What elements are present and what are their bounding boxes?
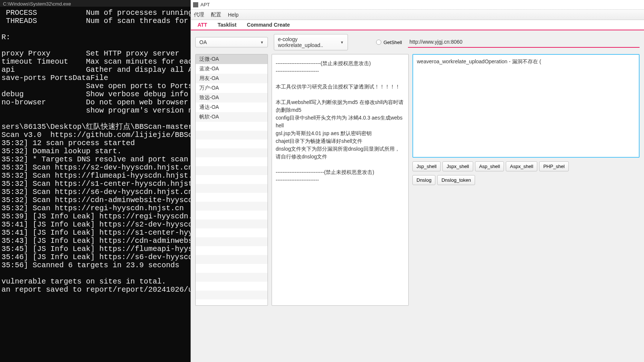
exploit-dropdown[interactable]: e-cology workrelate_upload.. ▼ [274,34,348,50]
dnslog-token-button[interactable]: Dnslog_token [437,175,475,185]
list-item[interactable]: 蓝凌-OA [196,64,268,74]
list-item[interactable]: 致远-OA [196,93,268,103]
right-panel: weaveroa_workrelate_uploadOperation - 漏洞… [412,54,640,306]
aspx-shell-button[interactable]: Aspx_shell [506,161,537,171]
list-item[interactable] [196,237,268,246]
list-item[interactable] [196,140,268,148]
list-item[interactable] [196,131,268,140]
list-item[interactable]: 泛微-OA [196,54,268,64]
chevron-down-icon: ▼ [340,40,344,44]
app-icon [193,2,198,7]
list-item[interactable] [196,175,268,184]
info-panel: --------------------------(禁止未授权恶意攻击) --… [272,54,409,306]
terminal-output[interactable]: PROCESS Num of processes running co THRE… [0,7,190,296]
list-item[interactable]: 万户-OA [196,83,268,93]
category-dropdown-value: OA [199,39,207,45]
list-item[interactable]: 帆软-OA [196,112,268,122]
exploit-dropdown-value: e-cology workrelate_upload.. [278,36,337,48]
oa-listbox[interactable]: 泛微-OA 蓝凌-OA 用友-OA 万户-OA 致远-OA 通达-OA 帆软-O… [195,54,268,306]
list-item[interactable] [196,193,268,202]
main-row: 泛微-OA 蓝凌-OA 用友-OA 万户-OA 致远-OA 通达-OA 帆软-O… [195,54,640,306]
category-dropdown[interactable]: OA ▼ [195,37,268,47]
list-item[interactable] [196,264,268,273]
menu-config[interactable]: 配置 [211,11,221,18]
getshell-label: GetShell [384,40,402,45]
terminal-titlebar: C:\Windows\System32\cmd.exe [0,0,190,7]
list-item[interactable] [196,291,268,299]
apt-window: APT 代理 配置 Help ATT Tasklist Command Crea… [190,0,644,362]
list-item[interactable] [196,273,268,282]
apt-title: APT [200,2,210,7]
result-text: weaveroa_workrelate_uploadOperation - 漏洞… [417,58,541,64]
tab-command-create[interactable]: Command Create [242,20,295,30]
getshell-option[interactable]: GetShell [376,40,402,45]
list-item[interactable] [196,166,268,175]
url-input[interactable] [408,37,640,48]
list-item[interactable] [196,211,268,219]
jsp-shell-button[interactable]: Jsp_shell [412,161,441,171]
shell-button-row: Jsp_shell Jspx_shell Asp_shell Aspx_shel… [412,161,640,171]
dnslog-button[interactable]: Dnslog [412,175,435,185]
list-item[interactable] [196,184,268,193]
list-item[interactable] [196,157,268,166]
result-output[interactable]: weaveroa_workrelate_uploadOperation - 漏洞… [412,54,640,158]
list-item[interactable] [196,219,268,228]
tab-att[interactable]: ATT [192,20,212,30]
list-item[interactable] [196,246,268,255]
menu-proxy[interactable]: 代理 [194,11,204,18]
tab-bar: ATT Tasklist Command Create [191,20,644,30]
menu-help[interactable]: Help [228,12,239,18]
list-item[interactable] [196,122,268,131]
radio-icon[interactable] [376,40,381,45]
terminal-window: C:\Windows\System32\cmd.exe PROCESS Num … [0,0,190,362]
list-item[interactable]: 通达-OA [196,103,268,112]
chevron-down-icon: ▼ [260,40,264,44]
apt-titlebar: APT [191,0,644,10]
dnslog-button-row: Dnslog Dnslog_token [412,175,640,185]
list-item[interactable]: 用友-OA [196,74,268,83]
jspx-shell-button[interactable]: Jspx_shell [442,161,473,171]
apt-content: OA ▼ e-cology workrelate_upload.. ▼ GetS… [191,30,644,362]
list-item[interactable] [196,228,268,237]
php-shell-button[interactable]: PHP_shel [539,161,569,171]
list-item[interactable] [196,282,268,291]
tab-tasklist[interactable]: Tasklist [212,20,242,30]
menu-bar: 代理 配置 Help [191,10,644,20]
controls-row: OA ▼ e-cology workrelate_upload.. ▼ GetS… [195,34,640,50]
terminal-title-text: C:\Windows\System32\cmd.exe [3,1,71,7]
list-item[interactable] [196,148,268,157]
asp-shell-button[interactable]: Asp_shell [475,161,504,171]
list-item[interactable] [196,255,268,264]
list-item[interactable] [196,202,268,211]
